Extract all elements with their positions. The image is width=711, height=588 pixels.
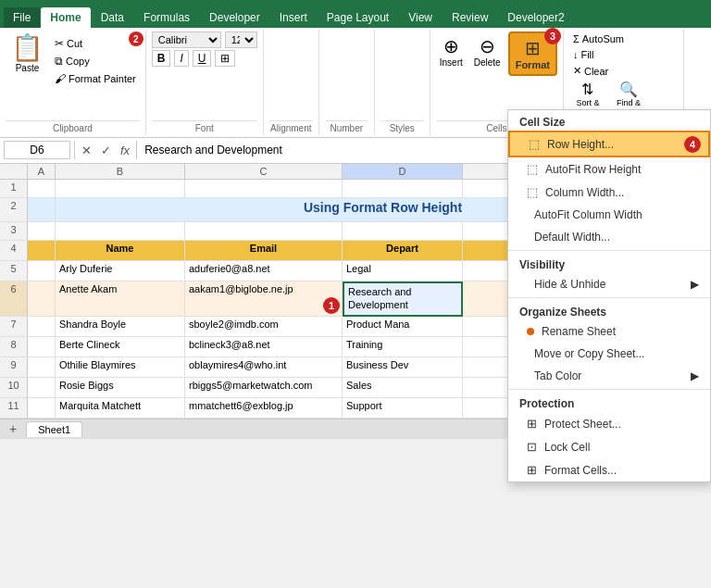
cell-11c[interactable]: mmatchett6@exblog.jp [185, 398, 343, 419]
cell-5b[interactable]: Arly Duferie [56, 261, 185, 281]
cell-8d[interactable]: Training [343, 337, 463, 357]
cell-8b[interactable]: Berte Clineck [56, 337, 185, 357]
format-icon: ⊞ [525, 37, 541, 59]
tab-view[interactable]: View [399, 7, 442, 28]
font-selector[interactable]: Calibri [152, 31, 221, 48]
row-height-item[interactable]: ⬚ Row Height... 4 [508, 131, 710, 157]
cell-7c[interactable]: sboyle2@imdb.com [185, 317, 343, 337]
add-sheet-button[interactable]: + [4, 419, 22, 438]
sort-icon: ⇅ [581, 81, 593, 98]
fx-cancel-icon[interactable]: ✕ [79, 144, 94, 157]
cell-4a[interactable] [28, 241, 56, 261]
hide-unhide-item[interactable]: Hide & Unhide ▶ [508, 273, 710, 295]
tab-color-arrow: ▶ [691, 369, 699, 382]
sheet-tab-1[interactable]: Sheet1 [26, 421, 82, 437]
cell-8c[interactable]: bclineck3@a8.net [185, 337, 343, 357]
fill-button[interactable]: ↓ Fill [569, 47, 678, 62]
cell-3b[interactable] [56, 222, 185, 241]
lock-cell-icon: ⊡ [527, 440, 537, 454]
cell-10d[interactable]: Sales [343, 378, 463, 398]
tab-formulas[interactable]: Formulas [134, 7, 199, 28]
bold-button[interactable]: B [152, 50, 171, 67]
autosum-icon: Σ [573, 33, 580, 44]
cell-5c[interactable]: aduferie0@a8.net [185, 261, 343, 281]
format-cells-item[interactable]: ⊞ Format Cells... [508, 458, 710, 482]
col-header-d[interactable]: D [343, 164, 463, 179]
cell-9b[interactable]: Othilie Blaymires [56, 357, 185, 378]
move-copy-item[interactable]: Move or Copy Sheet... [508, 343, 710, 365]
ribbon-tabs-bar: File Home Data Formulas Developer Insert… [0, 0, 711, 28]
tab-page-layout[interactable]: Page Layout [318, 7, 398, 28]
cell-10b[interactable]: Rosie Biggs [56, 378, 185, 398]
cell-11b[interactable]: Marquita Matchett [56, 398, 185, 419]
autofit-column-width-item[interactable]: AutoFit Column Width [508, 204, 710, 226]
cell-5a[interactable] [28, 261, 56, 281]
format-button[interactable]: ⊞ Format 3 [508, 31, 557, 76]
lock-cell-item[interactable]: ⊡ Lock Cell [508, 435, 710, 458]
cell-5d[interactable]: Legal [343, 261, 463, 281]
paste-button[interactable]: 📋 Paste [6, 31, 49, 77]
cell-4b-name[interactable]: Name [56, 241, 185, 261]
cell-3a[interactable] [28, 222, 56, 241]
tab-data[interactable]: Data [92, 7, 133, 28]
cell-1b[interactable] [56, 180, 185, 198]
cell-1c[interactable] [185, 180, 343, 198]
cell-11a[interactable] [28, 398, 56, 419]
font-size-selector[interactable]: 12 [225, 31, 257, 48]
cell-7d[interactable]: Product Mana [343, 317, 463, 337]
cell-9d[interactable]: Business Dev [343, 357, 463, 378]
row-header-9: 9 [0, 357, 28, 378]
autosum-button[interactable]: Σ AutoSum [569, 31, 678, 46]
cell-9a[interactable] [28, 357, 56, 378]
italic-button[interactable]: I [174, 50, 188, 67]
delete-button[interactable]: ⊖ Delete [470, 31, 505, 71]
autofit-row-height-item[interactable]: ⬚ AutoFit Row Height [508, 157, 710, 181]
border-button[interactable]: ⊞ [215, 50, 235, 67]
rename-sheet-item[interactable]: Rename Sheet [508, 320, 710, 343]
cell-7a[interactable] [28, 317, 56, 337]
number-label: Number [325, 120, 368, 133]
underline-button[interactable]: U [193, 50, 212, 67]
cell-4c-email[interactable]: Email [185, 241, 343, 261]
tab-review[interactable]: Review [443, 7, 497, 28]
tab-insert[interactable]: Insert [270, 7, 317, 28]
alignment-label: Alignment [269, 120, 313, 133]
formula-content: Research and Development [141, 144, 286, 156]
cell-1d[interactable] [343, 180, 463, 198]
fx-confirm-icon[interactable]: ✓ [98, 144, 114, 157]
cut-button[interactable]: ✂ Cut 2 [51, 35, 140, 52]
cell-6c[interactable]: aakam1@biglobe.ne.jp1 [185, 281, 343, 317]
cell-6a[interactable] [28, 281, 56, 317]
default-width-item[interactable]: Default Width... [508, 226, 710, 248]
cell-8a[interactable] [28, 337, 56, 357]
tab-developer[interactable]: Developer [200, 7, 269, 28]
cell-7b[interactable]: Shandra Boyle [56, 317, 185, 337]
tab-color-item[interactable]: Tab Color ▶ [508, 365, 710, 387]
cell-10c[interactable]: rbiggs5@marketwatch.com [185, 378, 343, 398]
tab-file[interactable]: File [4, 7, 40, 28]
styles-label: Styles [380, 120, 424, 133]
clear-button[interactable]: ✕ Clear [569, 63, 678, 79]
cut-icon: ✂ [55, 37, 64, 50]
cell-6d-selected[interactable]: Research andDevelopment [343, 281, 463, 317]
column-width-item[interactable]: ⬚ Column Width... [508, 181, 710, 204]
cell-3c[interactable] [185, 222, 343, 241]
cell-3d[interactable] [343, 222, 463, 241]
tab-home[interactable]: Home [41, 7, 90, 28]
cell-9c[interactable]: oblaymires4@who.int [185, 357, 343, 378]
protect-sheet-item[interactable]: ⊞ Protect Sheet... [508, 412, 710, 435]
tab-developer2[interactable]: Developer2 [498, 7, 573, 28]
cell-2a[interactable] [28, 198, 56, 222]
format-painter-button[interactable]: 🖌 Format Painter [51, 70, 140, 87]
badge-4: 4 [684, 136, 701, 153]
insert-button[interactable]: ⊕ Insert [436, 31, 467, 71]
cell-11d[interactable]: Support [343, 398, 463, 419]
row-header-spacer [0, 164, 28, 179]
cell-1a[interactable] [28, 180, 56, 198]
cell-10a[interactable] [28, 378, 56, 398]
copy-button[interactable]: ⧉ Copy [51, 53, 140, 69]
cell-6b[interactable]: Anette Akam [56, 281, 185, 317]
name-box[interactable] [4, 141, 70, 159]
format-painter-icon: 🖌 [55, 72, 66, 85]
cell-4d-dept[interactable]: Depart [343, 241, 463, 261]
